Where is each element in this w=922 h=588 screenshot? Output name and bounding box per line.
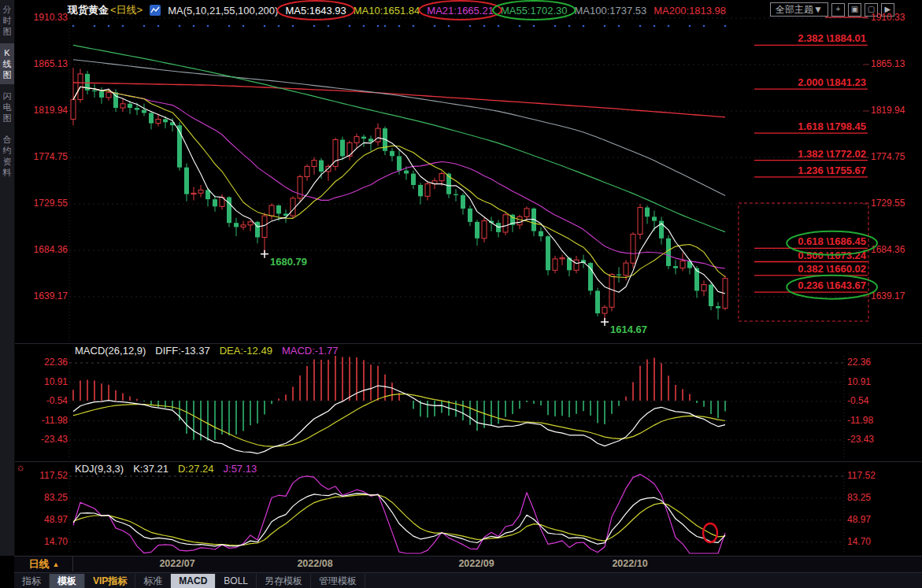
price-axis-label-left: 1684.36 — [16, 244, 68, 255]
ma55-value: MA55:1702.30 — [501, 5, 568, 17]
fib-level-label: 0.236 \1643.67 — [798, 279, 866, 291]
kdj-header: KDJ(9,3,3) K:37.21 D:27.24 J:57.13 — [75, 463, 257, 475]
kdj-axis-label-left: 14.70 — [16, 536, 68, 547]
macd-axis-label-right: -0.54 — [847, 395, 868, 406]
period-selector[interactable]: 日线 ▲ — [16, 557, 73, 571]
fib-level-label: 2.382 \1884.01 — [798, 32, 866, 44]
fib-level-label: 0.618 \1686.45 — [798, 235, 866, 247]
macd-bar-value: MACD:-1.77 — [282, 345, 339, 357]
chart-canvas[interactable] — [0, 0, 922, 588]
ma-settings-label: MA(5,10,21,55,100,200) — [168, 5, 278, 17]
price-axis-label-right: 1729.55 — [871, 198, 905, 209]
ma21-value: MA21:1665.21 — [427, 5, 494, 17]
fib-level-label: 1.618 \1798.45 — [798, 120, 866, 132]
period-selector-label: 日线 — [29, 557, 50, 571]
price-axis-label-right: 1639.17 — [871, 290, 905, 301]
chart-mode-sidebar: 分时图 K线图 闪电图 合约资料 — [0, 0, 15, 556]
macd-diff-value: DIFF:-13.37 — [155, 345, 209, 357]
ma100-value: MA100:1737.53 — [574, 5, 646, 17]
macd-axis-label-left: 22.36 — [16, 357, 68, 368]
kdj-axis-label-left: 48.97 — [16, 514, 68, 525]
tab-indicators[interactable]: 指标 — [14, 574, 50, 588]
macd-axis-label-left: 10.91 — [16, 376, 68, 387]
macd-axis-label-right: 22.36 — [847, 357, 871, 368]
kdj-d-value: D:27.24 — [178, 463, 214, 475]
tab-boll[interactable]: BOLL — [216, 574, 257, 588]
triangle-up-icon: ▲ — [53, 560, 60, 568]
tab-standard[interactable]: 标准 — [135, 574, 171, 588]
low-price-annotation: 1614.67 — [610, 324, 647, 335]
price-axis-label-right: 1684.36 — [871, 244, 905, 255]
kdj-axis-label-right: 48.97 — [847, 514, 871, 525]
panel-separator — [14, 343, 922, 344]
ma5-value: MA5:1643.93 — [285, 5, 346, 17]
price-axis-label-left: 1819.94 — [16, 105, 68, 116]
indicator-settings-icon[interactable]: ☼ — [16, 461, 25, 473]
kdj-axis-label-right: 117.52 — [847, 470, 876, 481]
tab-templates[interactable]: 模板 — [50, 574, 85, 588]
sidebar-item-lightning[interactable]: 闪电图 — [0, 87, 14, 128]
price-axis-label-right: 1819.94 — [871, 105, 905, 116]
ma10-value: MA10:1651.84 — [354, 5, 420, 17]
price-axis-label-right: 1910.33 — [871, 12, 905, 23]
fib-level-label: 0.382 \1660.02 — [798, 263, 866, 275]
macd-axis-label-left: -0.54 — [16, 395, 68, 406]
price-axis-label-left: 1774.75 — [16, 151, 68, 162]
fib-level-label: 0.500 \1673.24 — [798, 250, 866, 261]
macd-axis-label-right: -11.98 — [847, 415, 873, 426]
price-axis-label-left: 1729.55 — [16, 198, 68, 209]
kdj-axis-label-right: 83.25 — [847, 492, 871, 503]
price-axis-label-left: 1910.33 — [16, 12, 68, 23]
tab-macd[interactable]: MACD — [171, 574, 216, 588]
theme-selector-button[interactable]: 全部主题▼ — [770, 2, 828, 17]
tab-manage-templates[interactable]: 管理模板 — [311, 574, 365, 588]
trading-app-window: { "header": { "title": "现货黄金", "period_t… — [0, 0, 922, 588]
macd-axis-label-right: -23.43 — [847, 434, 874, 445]
ma200-value: MA200:1813.98 — [654, 5, 726, 17]
tab-save-template[interactable]: 另存模板 — [257, 574, 311, 588]
time-axis-month-label: 2022/08 — [297, 558, 332, 569]
price-axis-label-left: 1865.13 — [16, 58, 68, 69]
macd-header: MACD(26,12,9) DIFF:-13.37 DEA:-12.49 MAC… — [75, 345, 338, 357]
macd-settings-label: MACD(26,12,9) — [75, 345, 146, 357]
kdj-axis-label-left: 83.25 — [16, 492, 68, 503]
price-axis-label-left: 1639.17 — [16, 290, 68, 301]
pane-grid-icon[interactable]: ▣ — [848, 3, 861, 17]
pan-icon[interactable]: + — [831, 3, 845, 17]
sidebar-item-kline[interactable]: K线图 — [0, 43, 14, 84]
sidebar-item-contract-info[interactable]: 合约资料 — [0, 130, 14, 182]
indicator-tab-bar: 指标 模板 VIP指标 标准 MACD BOLL 另存模板 管理模板 — [14, 572, 922, 588]
price-axis-label-right: 1774.75 — [871, 151, 905, 162]
kdj-k-value: K:37.21 — [133, 463, 168, 475]
low-price-annotation: 1680.79 — [270, 256, 307, 268]
macd-axis-label-right: 10.91 — [847, 376, 871, 387]
kline-chart-icon — [150, 5, 161, 16]
macd-axis-label-left: -23.43 — [16, 434, 68, 445]
kdj-j-value: J:57.13 — [224, 463, 257, 475]
sidebar-item-time-share[interactable]: 分时图 — [0, 0, 14, 41]
kdj-axis-label-right: 14.70 — [847, 536, 871, 547]
panel-separator — [14, 461, 922, 462]
chart-header: 现货黄金 <日线> MA(5,10,21,55,100,200) MA5:164… — [68, 0, 726, 20]
macd-dea-value: DEA:-12.49 — [220, 345, 272, 357]
time-axis-month-label: 2022/07 — [159, 558, 194, 569]
macd-axis-label-left: -11.98 — [16, 415, 68, 426]
fib-level-label: 1.236 \1755.67 — [798, 165, 866, 176]
period-tag: <日线> — [110, 3, 143, 17]
time-axis-month-label: 2022/09 — [458, 558, 494, 569]
time-axis-month-label: 2022/10 — [612, 558, 647, 569]
kdj-settings-label: KDJ(9,3,3) — [75, 463, 124, 475]
fib-level-label: 2.000 \1841.23 — [798, 76, 866, 88]
tab-vip-indicators[interactable]: VIP指标 — [85, 574, 135, 588]
price-axis-label-right: 1865.13 — [871, 58, 905, 69]
instrument-title: 现货黄金 — [68, 3, 109, 17]
fib-level-label: 1.382 \1772.02 — [798, 148, 866, 160]
